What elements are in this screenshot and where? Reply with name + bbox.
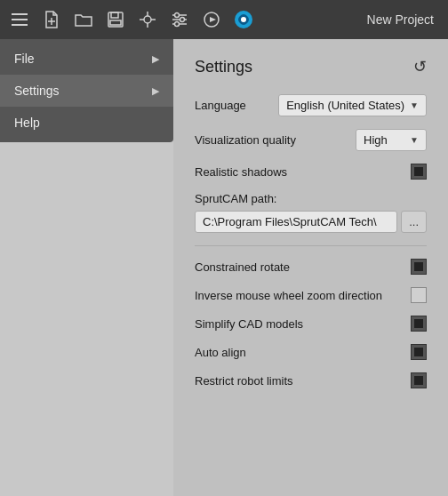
auto-align-row: Auto align: [195, 344, 427, 360]
restrict-robot-limits-label: Restrict robot limits: [195, 374, 293, 388]
restrict-robot-limits-checkbox[interactable]: [411, 372, 427, 388]
visualization-quality-label: Visualization quality: [195, 133, 296, 147]
simplify-cad-label: Simplify CAD models: [195, 317, 303, 331]
toolbar: New Project: [0, 0, 448, 39]
menu-item-help-label: Help: [14, 116, 40, 130]
visualization-quality-value: High: [364, 133, 388, 147]
visualization-quality-row: Visualization quality High ▼: [195, 129, 427, 151]
dropdown-menu: File ▶ Settings ▶ Help: [0, 39, 173, 142]
menu-item-file-label: File: [14, 52, 35, 66]
play-icon[interactable]: [199, 7, 224, 32]
menu-icon[interactable]: [7, 7, 32, 32]
settings-header: Settings ↺: [195, 57, 427, 76]
simplify-cad-checkbox[interactable]: [411, 316, 427, 332]
visualization-quality-dropdown[interactable]: High ▼: [356, 129, 427, 151]
constrained-rotate-checkbox[interactable]: [411, 259, 427, 275]
svg-rect-1: [12, 19, 28, 20]
svg-rect-6: [111, 12, 118, 18]
settings-title: Settings: [195, 58, 252, 76]
svg-point-18: [175, 22, 180, 27]
svg-rect-7: [110, 20, 121, 25]
svg-point-22: [241, 17, 246, 22]
sprutcam-path-input-row: C:\Program Files\SprutCAM Tech\ ...: [195, 211, 427, 233]
sprutcam-path-browse-button[interactable]: ...: [401, 211, 427, 233]
constrained-rotate-label: Constrained rotate: [195, 260, 290, 274]
sprutcam-path-input[interactable]: C:\Program Files\SprutCAM Tech\: [195, 211, 397, 233]
inverse-mouse-wheel-row: Inverse mouse wheel zoom direction: [195, 287, 427, 303]
auto-align-checkbox[interactable]: [411, 344, 427, 360]
auto-align-label: Auto align: [195, 346, 246, 359]
sprutcam-logo-icon[interactable]: [231, 7, 256, 32]
menu-item-file-arrow: ▶: [152, 53, 159, 65]
simplify-cad-row: Simplify CAD models: [195, 316, 427, 332]
menu-item-settings[interactable]: Settings ▶: [0, 75, 173, 107]
language-value: English (United States): [286, 99, 404, 112]
menu-item-settings-label: Settings: [14, 84, 60, 98]
sliders-icon[interactable]: [167, 7, 192, 32]
inverse-mouse-wheel-label: Inverse mouse wheel zoom direction: [195, 289, 382, 302]
svg-rect-2: [12, 24, 28, 26]
new-file-icon[interactable]: [39, 7, 64, 32]
realistic-shadows-label: Realistic shadows: [195, 165, 287, 179]
inverse-mouse-wheel-checkbox[interactable]: [411, 287, 427, 303]
settings-divider: [195, 245, 427, 246]
reset-icon[interactable]: ↺: [413, 57, 427, 76]
sprutcam-path-row: SprutCAM path: C:\Program Files\SprutCAM…: [195, 192, 427, 233]
language-label: Language: [195, 99, 246, 112]
menu-item-help[interactable]: Help: [0, 107, 173, 139]
main-area: File ▶ Settings ▶ Help Settings ↺ Langua…: [0, 39, 448, 496]
visualization-quality-dropdown-arrow: ▼: [410, 135, 419, 145]
menu-item-file[interactable]: File ▶: [0, 43, 173, 75]
menu-item-settings-arrow: ▶: [152, 85, 159, 97]
project-title: New Project: [367, 12, 441, 27]
open-folder-icon[interactable]: [71, 7, 96, 32]
svg-point-8: [144, 16, 151, 23]
sprutcam-path-label: SprutCAM path:: [195, 192, 427, 205]
svg-rect-0: [12, 13, 28, 15]
realistic-shadows-checkbox[interactable]: [411, 164, 427, 180]
save-icon[interactable]: [103, 7, 128, 32]
settings-panel: Settings ↺ Language English (United Stat…: [173, 39, 448, 496]
restrict-robot-limits-row: Restrict robot limits: [195, 372, 427, 388]
language-dropdown[interactable]: English (United States) ▼: [278, 94, 427, 116]
sprutcam-path-value: C:\Program Files\SprutCAM Tech\: [203, 215, 377, 228]
realistic-shadows-row: Realistic shadows: [195, 164, 427, 180]
svg-point-16: [180, 18, 185, 22]
robot-arm-icon[interactable]: [135, 7, 160, 32]
language-row: Language English (United States) ▼: [195, 94, 427, 116]
constrained-rotate-row: Constrained rotate: [195, 259, 427, 275]
svg-point-14: [175, 13, 180, 18]
svg-marker-20: [210, 17, 216, 22]
language-dropdown-arrow: ▼: [410, 100, 419, 110]
